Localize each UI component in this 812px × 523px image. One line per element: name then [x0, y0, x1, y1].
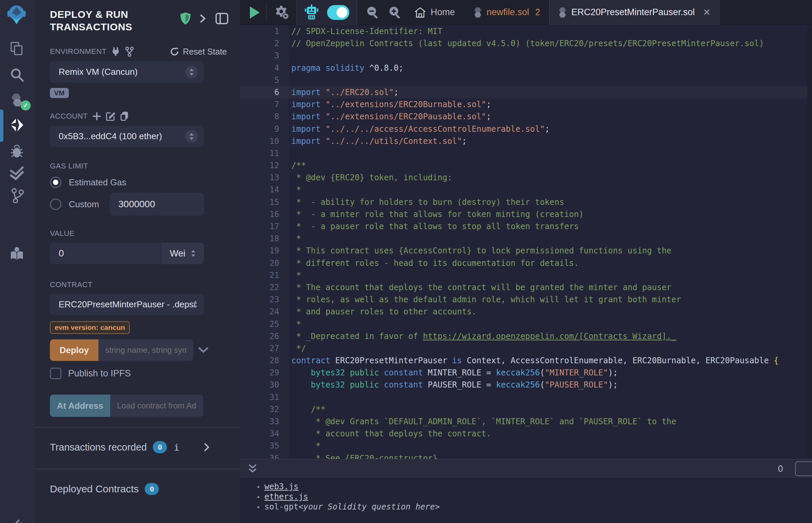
account-select[interactable]: 0x5B3...eddC4 (100 ether) — [50, 126, 204, 147]
copilot-toggle[interactable] — [327, 5, 349, 20]
code-line[interactable]: 21 * — [240, 269, 812, 282]
value-unit-select[interactable]: Wei — [161, 242, 204, 264]
terminal-output[interactable]: •web3.js•ethers.js•sol-gpt <your Solidit… — [240, 479, 812, 523]
code-line[interactable]: 29 bytes32 public constant MINTER_ROLE =… — [240, 367, 812, 379]
deployed-contracts-row[interactable]: Deployed Contracts 0 — [34, 469, 240, 495]
code-line[interactable]: 4pragma solidity ^0.8.0; — [240, 62, 812, 74]
at-address-input[interactable] — [110, 395, 203, 417]
terminal-library-link[interactable]: •web3.js — [256, 482, 812, 492]
editor-scrollbar[interactable] — [807, 25, 812, 459]
reset-state-button[interactable]: Reset State — [170, 47, 227, 57]
deploy-run-icon[interactable] — [0, 115, 34, 137]
deploy-run-panel: DEPLOY & RUN TRANSACTIONS — [34, 0, 240, 523]
transactions-recorded-row[interactable]: Transactions recorded 0 i — [34, 428, 240, 453]
environment-select[interactable]: Remix VM (Cancun) — [50, 61, 204, 83]
terminal-solgpt-item[interactable]: •sol-gpt <your Solidity question here> — [256, 502, 812, 512]
environment-label: ENVIRONMENT — [50, 47, 134, 57]
solidity-file-icon — [559, 7, 566, 18]
code-line[interactable]: 23 * roles, as well as the default admin… — [240, 293, 812, 306]
expand-transactions-chevron-icon[interactable] — [204, 443, 210, 452]
code-line[interactable]: 30 bytes32 public constant PAUSER_ROLE =… — [240, 379, 812, 391]
info-icon[interactable]: i — [174, 442, 179, 453]
tab-newfile-sol[interactable]: newfile.sol 2 — [465, 0, 549, 25]
deploy-args-input[interactable] — [99, 339, 194, 361]
zoom-in-icon[interactable] — [388, 6, 402, 19]
code-line[interactable]: 15 * - ability for holders to burn (dest… — [240, 196, 812, 208]
code-line[interactable]: 9import "../../../access/AccessControlEn… — [240, 123, 812, 135]
code-line[interactable]: 27 */ — [240, 342, 812, 355]
run-script-play-icon[interactable] — [249, 6, 260, 19]
deploy-button[interactable]: Deploy — [50, 339, 99, 361]
code-line[interactable]: 28contract ERC20PresetMinterPauser is Co… — [240, 355, 812, 367]
terminal-library-link[interactable]: •ethers.js — [256, 492, 812, 502]
code-line[interactable]: 35 * — [240, 440, 812, 452]
code-line[interactable]: 34 * account that deploys the contract. — [240, 428, 812, 440]
plug-icon[interactable] — [111, 47, 120, 56]
estimated-gas-radio[interactable]: Estimated Gas — [50, 177, 240, 188]
contract-select[interactable]: ERC20PresetMinterPauser - .deps/ — [50, 294, 204, 315]
transactions-count-badge: 0 — [153, 441, 167, 453]
pin-panel-chevron-icon[interactable] — [200, 13, 206, 24]
terminal-bar[interactable]: 0 — [240, 459, 812, 479]
code-line[interactable]: 19 * This contract uses {AccessControl} … — [240, 245, 812, 257]
code-line[interactable]: 20 * different roles - head to its docum… — [240, 257, 812, 269]
solidity-compiler-icon[interactable]: ✓ — [0, 89, 34, 111]
code-line[interactable]: 3 — [240, 50, 812, 62]
collapse-terminal-icon[interactable] — [248, 463, 257, 474]
git-icon[interactable] — [0, 185, 34, 206]
code-line[interactable]: 24 * and pauser roles to other accounts. — [240, 306, 812, 318]
code-line[interactable]: 13 * @dev {ERC20} token, including: — [240, 172, 812, 184]
code-line[interactable]: 12/** — [240, 159, 812, 172]
code-line[interactable]: 32 /** — [240, 403, 812, 415]
publish-ipfs-checkbox[interactable] — [50, 368, 61, 379]
code-line[interactable]: 2// OpenZeppelin Contracts (last updated… — [240, 37, 812, 50]
code-editor[interactable]: 1// SPDX-License-Identifier: MIT2// Open… — [240, 25, 812, 459]
plugin-manager-icon[interactable] — [0, 512, 34, 523]
code-line[interactable]: 7import "../extensions/ERC20Burnable.sol… — [240, 98, 812, 110]
deployed-contracts-label: Deployed Contracts — [50, 483, 139, 495]
tab-erc20presetminterpauser-sol[interactable]: ERC20PresetMinterPauser.sol ✕ — [549, 0, 720, 25]
zoom-out-icon[interactable] — [366, 6, 379, 19]
code-lines: 1// SPDX-License-Identifier: MIT2// Open… — [240, 25, 812, 459]
code-line[interactable]: 33 * @dev Grants `DEFAULT_ADMIN_ROLE`, `… — [240, 415, 812, 428]
debugger-icon[interactable] — [0, 141, 34, 162]
compile-success-badge: ✓ — [21, 101, 31, 110]
home-icon — [414, 7, 426, 18]
value-input[interactable] — [50, 242, 161, 264]
learneth-icon[interactable] — [0, 243, 34, 265]
remix-ai-robot-icon[interactable] — [304, 4, 319, 21]
at-address-button[interactable]: At Address — [50, 395, 110, 417]
code-line[interactable]: 5 — [240, 74, 812, 86]
copy-account-icon[interactable] — [120, 111, 129, 121]
code-line[interactable]: 8import "../extensions/ERC20Pausable.sol… — [240, 110, 812, 123]
code-line[interactable]: 11 — [240, 147, 812, 159]
terminal-search-box[interactable] — [795, 461, 812, 476]
code-line[interactable]: 14 * — [240, 184, 812, 196]
code-line[interactable]: 6import "../ERC20.sol"; — [240, 86, 812, 98]
code-line[interactable]: 22 * The account that deploys the contra… — [240, 282, 812, 293]
script-config-gear-icon[interactable] — [273, 5, 290, 20]
layout-panel-icon[interactable] — [215, 13, 229, 24]
code-line[interactable]: 25 * — [240, 318, 812, 330]
fork-icon[interactable] — [125, 47, 134, 57]
code-line[interactable]: 31 — [240, 391, 812, 403]
search-icon[interactable] — [0, 64, 34, 86]
gas-limit-label: GAS LIMIT — [50, 162, 240, 170]
code-line[interactable]: 26 * _Deprecated in favor of https://wiz… — [240, 330, 812, 342]
code-line[interactable]: 17 * - a pauser role that allows to stop… — [240, 220, 812, 233]
static-analysis-icon[interactable] — [0, 162, 34, 184]
expand-deploy-chevron-icon[interactable] — [198, 347, 208, 354]
code-line[interactable]: 1// SPDX-License-Identifier: MIT — [240, 25, 812, 37]
close-tab-icon[interactable]: ✕ — [703, 7, 710, 18]
custom-gas-input[interactable] — [110, 193, 204, 216]
custom-gas-radio[interactable] — [50, 198, 61, 210]
file-explorer-icon[interactable] — [0, 38, 34, 60]
edit-account-icon[interactable] — [106, 111, 115, 121]
code-line[interactable]: 10import "../../../utils/Context.sol"; — [240, 135, 812, 147]
add-account-icon[interactable] — [92, 112, 101, 121]
remix-logo-icon[interactable] — [5, 3, 28, 26]
code-line[interactable]: 16 * - a minter role that allows for tok… — [240, 208, 812, 220]
tab-home[interactable]: Home — [410, 7, 465, 18]
code-line[interactable]: 36 * See {ERC20-constructor}. — [240, 452, 812, 459]
code-line[interactable]: 18 * — [240, 233, 812, 245]
